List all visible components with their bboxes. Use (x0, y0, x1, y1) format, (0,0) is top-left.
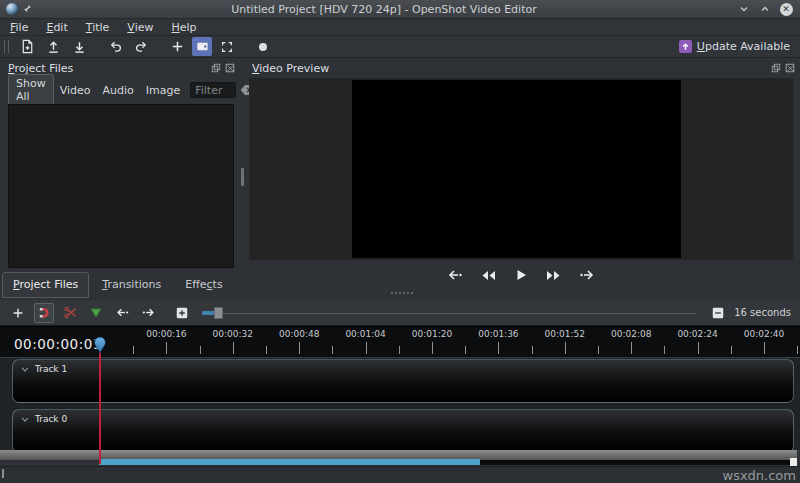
ruler-label: 00:01:52 (545, 329, 585, 339)
filter-image-button[interactable]: Image (140, 82, 186, 99)
jump-start-button[interactable] (444, 265, 466, 285)
ruler-label: 00:02:08 (611, 329, 651, 339)
export-video-button[interactable] (252, 37, 274, 56)
ruler-tick (731, 346, 732, 354)
menu-item-edit[interactable]: Edit (44, 21, 69, 34)
update-available-button[interactable]: Update Available (679, 40, 790, 53)
close-panel-button[interactable] (224, 62, 236, 74)
playback-controls (249, 262, 793, 288)
video-preview-panel-title: Video Preview (252, 62, 768, 75)
track-1[interactable]: Track 1 (12, 359, 794, 403)
ruler-tick (565, 342, 566, 354)
close-preview-button[interactable] (784, 62, 796, 74)
dock-tabs: Project Files Transitions Effects (2, 272, 240, 299)
scrollbar-track[interactable] (480, 460, 790, 465)
new-project-button[interactable] (16, 37, 38, 56)
fast-forward-button[interactable] (543, 265, 565, 285)
project-files-panel-title: Project Files (8, 62, 208, 75)
zoom-out-icon (711, 306, 725, 320)
add-marker-button[interactable] (86, 303, 106, 323)
scrollbar-resize-handle[interactable] (790, 458, 797, 466)
scrollbar-thumb[interactable] (99, 459, 480, 465)
tab-effects[interactable]: Effects (174, 272, 233, 298)
playhead[interactable] (93, 336, 107, 358)
zoom-out-button[interactable] (708, 303, 728, 323)
panel-splitter[interactable] (241, 168, 244, 186)
next-marker-button[interactable] (138, 303, 158, 323)
undo-button[interactable] (104, 37, 126, 56)
menu-item-title[interactable]: Title (84, 21, 112, 34)
filter-show-all-button[interactable]: Show All (8, 74, 54, 106)
zoom-slider-handle[interactable] (214, 307, 223, 319)
ruler-tick (366, 342, 367, 354)
tab-project-files[interactable]: Project Files (2, 272, 89, 298)
menu-item-view[interactable]: View (125, 21, 155, 34)
timeline-ruler[interactable]: 00:00:00:01 00:00:1600:00:3200:00:4800:0… (0, 326, 800, 357)
chevron-down-icon[interactable] (21, 366, 29, 373)
project-files-filter-row: Show All Video Audio Image (8, 80, 236, 100)
import-files-button[interactable] (166, 37, 188, 56)
track-0[interactable]: Track 0 (12, 409, 794, 453)
zoom-slider-track (202, 313, 696, 314)
menu-item-help[interactable]: Help (169, 21, 198, 34)
minimize-button[interactable] (736, 1, 752, 17)
track-name: Track 1 (35, 364, 67, 374)
play-button[interactable] (510, 265, 532, 285)
redo-button[interactable] (130, 37, 152, 56)
app-icon (6, 3, 18, 15)
ruler-label: 00:01:20 (412, 329, 452, 339)
timeline-tracks: Track 1 Track 0 (0, 357, 800, 450)
titlebar: Untitled Project [HDV 720 24p] - OpenSho… (0, 0, 800, 19)
float-preview-button[interactable] (770, 62, 782, 74)
ruler-label: 00:00:32 (213, 329, 253, 339)
project-files-list[interactable] (8, 104, 234, 268)
ruler-label: 00:00:48 (279, 329, 319, 339)
ruler-tick (332, 346, 333, 354)
rewind-button[interactable] (477, 265, 499, 285)
fullscreen-button[interactable] (216, 37, 238, 56)
toolbar-handle[interactable] (4, 40, 9, 53)
update-available-label: Update Available (697, 40, 790, 53)
maximize-button[interactable] (757, 1, 773, 17)
filter-audio-button[interactable]: Audio (97, 82, 140, 99)
timecode-display: 00:00:00:01 (14, 336, 102, 352)
video-frame (352, 80, 681, 258)
zoom-in-button[interactable] (172, 303, 192, 323)
ruler-tick (698, 342, 699, 354)
jump-end-button[interactable] (576, 265, 598, 285)
ruler-tick (266, 346, 267, 354)
chevron-down-icon[interactable] (21, 416, 29, 423)
add-marker-icon (89, 306, 103, 320)
save-project-button[interactable] (68, 37, 90, 56)
razor-button[interactable] (60, 303, 80, 323)
choose-profile-button[interactable] (192, 37, 212, 56)
open-project-button[interactable] (42, 37, 64, 56)
close-icon: ✕ (780, 3, 793, 16)
menu-item-file[interactable]: File (8, 21, 30, 34)
menubar: File Edit Title View Help (0, 19, 800, 36)
track-name: Track 0 (35, 414, 67, 424)
zoom-in-icon (175, 306, 189, 320)
close-button[interactable]: ✕ (778, 1, 794, 17)
ruler-tick (797, 346, 798, 354)
tab-transitions[interactable]: Transitions (91, 272, 172, 298)
filter-input[interactable] (190, 82, 236, 98)
ruler-tick (465, 346, 466, 354)
ruler-label: 00:00:16 (146, 329, 186, 339)
pin-icon (23, 4, 32, 15)
playhead-line (99, 352, 101, 464)
previous-marker-button[interactable] (112, 303, 132, 323)
float-panel-button[interactable] (210, 62, 222, 74)
timeline-toolbar: 16 seconds (0, 300, 800, 326)
snapping-button[interactable] (34, 303, 54, 323)
filter-video-button[interactable]: Video (54, 82, 97, 99)
splitter-handle[interactable] (391, 291, 413, 295)
ruler-tick (166, 342, 167, 354)
ruler-tick (133, 346, 134, 354)
ruler-tick (399, 346, 400, 354)
zoom-slider[interactable] (202, 300, 696, 325)
ruler-tick (200, 346, 201, 354)
ruler-tick (233, 342, 234, 354)
add-track-button[interactable] (8, 303, 28, 323)
resize-grip (2, 469, 4, 478)
